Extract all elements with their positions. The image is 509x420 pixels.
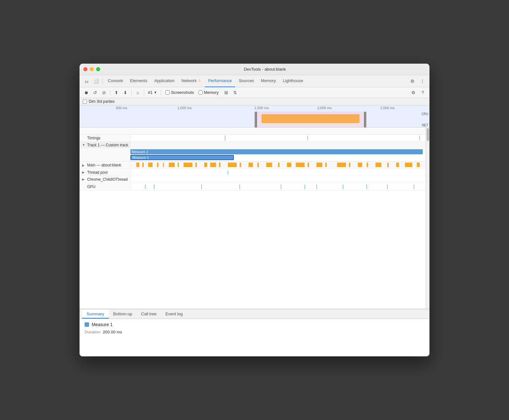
- measure2-bar[interactable]: Measure 2: [130, 149, 423, 154]
- summary-color-box: [85, 322, 89, 327]
- thread-tick-1: [228, 171, 228, 174]
- close-button[interactable]: [83, 67, 87, 71]
- gpu-label-text: GPU: [87, 185, 95, 189]
- overview-content[interactable]: CPU NET: [80, 112, 429, 128]
- perf-panel: 500 ms 1,000 ms 1,500 ms 2,000 ms 2,500 …: [80, 105, 429, 356]
- tab-sources[interactable]: Sources: [236, 75, 257, 87]
- selection-range[interactable]: [254, 112, 366, 128]
- settings-icon[interactable]: ⚙: [408, 77, 417, 86]
- measure1-label: Measure 1: [132, 156, 149, 159]
- tab-memory[interactable]: Memory: [258, 75, 279, 87]
- net-label: NET: [422, 123, 428, 127]
- custom-track-label[interactable]: ▼ Track 1 — Custom track: [80, 142, 130, 148]
- gpu-tick-4: [240, 185, 240, 189]
- cpu-label: CPU: [422, 112, 428, 116]
- gpu-content: [130, 183, 426, 190]
- profile-label: #1: [148, 90, 152, 95]
- overview-ruler: 500 ms 1,000 ms 1,500 ms 2,000 ms 2,500 …: [80, 105, 429, 112]
- tab-console[interactable]: Console: [105, 75, 126, 87]
- gpu-tick-9: [366, 185, 367, 189]
- flame-settings-icon[interactable]: ⇅: [231, 88, 239, 97]
- tab-call-tree-label: Call tree: [141, 312, 157, 316]
- screenshots-label: Screenshots: [171, 90, 194, 95]
- clear-button[interactable]: ⊘: [100, 88, 108, 97]
- svg-rect-13: [240, 163, 241, 167]
- memory-checkbox-label[interactable]: Memory: [199, 90, 219, 95]
- memory-label: Memory: [204, 90, 219, 95]
- svg-rect-16: [266, 163, 272, 167]
- start-profiling-button[interactable]: ↺: [91, 88, 99, 97]
- range-left-handle[interactable]: [255, 112, 257, 128]
- svg-rect-20: [308, 163, 309, 167]
- svg-rect-5: [169, 163, 175, 167]
- tab-lighthouse[interactable]: Lighthouse: [280, 75, 306, 87]
- toolbar-sep-2: [131, 90, 132, 95]
- timeline-overview[interactable]: 500 ms 1,000 ms 1,500 ms 2,000 ms 2,500 …: [80, 105, 429, 128]
- svg-rect-8: [195, 163, 197, 167]
- help-btn[interactable]: ?: [419, 88, 427, 97]
- settings-btn[interactable]: ⚙: [409, 88, 417, 97]
- svg-rect-14: [248, 163, 253, 167]
- bottom-panel: Summary Bottom-up Call tree Event log Me…: [80, 309, 429, 356]
- more-options-icon[interactable]: ⋮: [418, 77, 427, 86]
- tab-summary[interactable]: Summary: [82, 310, 109, 318]
- screenshots-checkbox[interactable]: [165, 90, 170, 94]
- svg-rect-12: [228, 163, 237, 167]
- tab-application[interactable]: Application: [151, 75, 178, 87]
- download-button[interactable]: ⬇: [121, 88, 129, 97]
- tab-network[interactable]: Network ⚠: [178, 75, 205, 87]
- network-conditions-icon[interactable]: ⊞: [222, 88, 230, 97]
- minimize-button[interactable]: [90, 67, 94, 71]
- summary-duration-value: 200.00 ms: [103, 330, 122, 334]
- fullscreen-button[interactable]: [96, 67, 100, 71]
- tab-performance[interactable]: Performance: [205, 75, 235, 87]
- home-button[interactable]: ⌂: [134, 88, 142, 97]
- toolbar: ⏺ ↺ ⊘ ⬆ ⬇ ⌂ #1 ▼ Screenshots Memory ⊞ ⇅ …: [80, 87, 429, 98]
- memory-checkbox[interactable]: [199, 90, 203, 94]
- custom-track-header: ▼ Track 1 — Custom track: [80, 142, 426, 149]
- tab-elements[interactable]: Elements: [127, 75, 150, 87]
- dim-parties-checkbox[interactable]: [83, 100, 87, 104]
- tab-bottom-up[interactable]: Bottom-up: [109, 310, 137, 318]
- svg-rect-27: [375, 163, 381, 167]
- child-io-label[interactable]: ▶ Chrome_ChildIOThread: [80, 176, 130, 183]
- tab-event-log[interactable]: Event log: [161, 310, 187, 318]
- thread-pool-label[interactable]: ▶ Thread pool: [80, 169, 130, 176]
- svg-rect-2: [148, 163, 153, 167]
- dim-parties-label: Dim 3rd parties: [89, 99, 115, 104]
- summary-duration-key: Duration: [85, 330, 100, 334]
- gpu-tick-8: [343, 185, 343, 189]
- measure1-bar[interactable]: Measure 1: [130, 155, 234, 160]
- svg-rect-9: [204, 163, 207, 167]
- thread-pool-content: [130, 169, 426, 176]
- measures-row: Measure 2 Measure 1: [80, 149, 426, 161]
- child-io-expand-icon: ▶: [82, 178, 86, 181]
- summary-title-text: Measure 1: [92, 322, 113, 327]
- inspect-icon[interactable]: ⚏: [82, 77, 91, 86]
- checkbox-group: Screenshots Memory: [165, 90, 219, 95]
- menu-separator-1: [102, 78, 103, 84]
- timing-tick-3: [420, 136, 420, 140]
- profile-selector[interactable]: #1 ▼: [146, 90, 159, 95]
- upload-button[interactable]: ⬆: [112, 88, 121, 97]
- svg-rect-29: [396, 163, 399, 167]
- measures-content: Measure 2 Measure 1: [130, 149, 426, 161]
- record-button[interactable]: ⏺: [82, 88, 90, 97]
- screenshots-checkbox-label[interactable]: Screenshots: [165, 90, 194, 95]
- menu-bar: ⚏ ⬜ Console Elements Application Network…: [80, 75, 429, 87]
- timing-tick-1: [225, 136, 225, 140]
- range-right-handle[interactable]: [364, 112, 366, 128]
- timings-label-text: Timings: [87, 136, 101, 140]
- tab-call-tree[interactable]: Call tree: [137, 310, 161, 318]
- titlebar: DevTools - about:blank: [80, 64, 429, 75]
- scrollbar-thumb[interactable]: [427, 128, 429, 141]
- custom-track-label-text: Track 1 — Custom track: [87, 143, 128, 147]
- gpu-tick-2: [154, 185, 154, 189]
- scrollbar[interactable]: [426, 128, 429, 309]
- devtools-window: DevTools - about:blank ⚏ ⬜ Console Eleme…: [80, 64, 429, 356]
- main-expand-icon: ▶: [82, 164, 86, 167]
- summary-duration-row: Duration 200.00 ms: [85, 330, 424, 334]
- main-thread-label[interactable]: ▶ Main — about:blank: [80, 162, 130, 169]
- ruler-label-2500: 2,500 ms: [380, 106, 394, 110]
- device-toolbar-icon[interactable]: ⬜: [92, 77, 101, 86]
